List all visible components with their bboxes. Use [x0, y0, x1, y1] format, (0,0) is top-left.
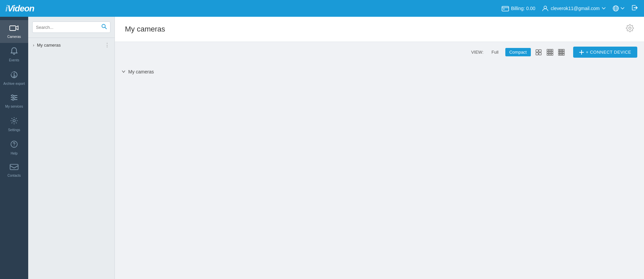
page-title: My cameras [125, 25, 165, 34]
camera-list-panel: › My cameras ⋮ [28, 17, 115, 279]
svg-rect-0 [502, 6, 509, 11]
svg-rect-31 [549, 51, 551, 53]
svg-point-11 [12, 95, 13, 97]
user-menu[interactable]: cleverok11@gmail.com [542, 5, 606, 12]
svg-rect-27 [547, 49, 549, 51]
sidebar-item-help-label: Help [11, 152, 18, 156]
view-label: VIEW: [471, 50, 484, 55]
svg-point-3 [544, 6, 547, 9]
logout-icon [631, 4, 639, 11]
view-toolbar: VIEW: Full Compact [115, 42, 644, 62]
language-selector[interactable] [612, 5, 625, 12]
main-header: My cameras [115, 17, 644, 42]
svg-rect-37 [560, 49, 561, 51]
view-compact-button[interactable]: Compact [505, 48, 531, 56]
camera-group-more-icon[interactable]: ⋮ [104, 42, 110, 48]
svg-rect-42 [561, 51, 563, 53]
search-icon [101, 24, 107, 31]
sidebar-item-settings[interactable]: Settings [0, 113, 28, 136]
cameras-group-chevron-icon [122, 70, 126, 74]
camera-group-chevron: › [33, 43, 34, 48]
svg-rect-29 [551, 49, 553, 51]
contacts-icon [10, 164, 18, 172]
help-icon [10, 140, 18, 150]
sidebar-item-my-services[interactable]: My services [0, 90, 28, 113]
svg-rect-39 [563, 49, 564, 51]
services-icon [10, 94, 18, 103]
cameras-group-title: My cameras [128, 69, 154, 74]
sidebar-item-contacts-label: Contacts [7, 174, 20, 178]
search-box [32, 21, 110, 33]
view-full-button[interactable]: Full [488, 48, 503, 56]
sidebar-item-settings-label: Settings [8, 128, 20, 132]
svg-rect-32 [551, 51, 553, 53]
svg-rect-47 [563, 54, 564, 55]
plus-icon [579, 50, 584, 55]
svg-rect-36 [558, 49, 560, 51]
sidebar-item-archive-export[interactable]: Archive export [0, 66, 28, 90]
connect-button-label: + CONNECT DEVICE [586, 50, 631, 55]
svg-rect-23 [536, 50, 538, 52]
svg-rect-26 [539, 53, 541, 55]
view-grid-3x3-button[interactable] [545, 47, 555, 57]
svg-rect-34 [549, 54, 551, 55]
sidebar-item-services-label: My services [5, 105, 23, 109]
svg-rect-46 [561, 54, 563, 55]
sidebar-item-archive-label: Archive export [3, 82, 25, 86]
svg-point-22 [629, 27, 631, 30]
svg-rect-9 [10, 26, 16, 31]
billing-amount: Billing: 0.00 [511, 6, 535, 11]
archive-icon [10, 70, 18, 80]
svg-rect-38 [561, 49, 563, 51]
svg-rect-35 [551, 54, 553, 55]
svg-rect-24 [539, 50, 541, 52]
settings-icon [10, 117, 18, 127]
svg-rect-33 [547, 54, 549, 55]
svg-rect-40 [558, 51, 560, 53]
svg-rect-2 [503, 9, 505, 9]
cameras-content: My cameras [115, 62, 644, 81]
sidebar-item-cameras[interactable]: Cameras [0, 20, 28, 43]
cameras-group-header[interactable]: My cameras [122, 66, 637, 78]
svg-point-16 [13, 120, 15, 122]
svg-rect-41 [560, 51, 561, 53]
user-icon [542, 5, 549, 12]
globe-icon [612, 5, 619, 12]
svg-rect-25 [536, 53, 538, 55]
sidebar-item-contacts[interactable]: Contacts [0, 160, 28, 182]
svg-rect-19 [10, 164, 18, 170]
svg-point-18 [14, 146, 14, 146]
billing-info: Billing: 0.00 [502, 5, 535, 11]
user-chevron-icon [602, 7, 606, 10]
sidebar-item-help[interactable]: Help [0, 136, 28, 160]
main-content: My cameras VIEW: Full Compact [115, 17, 644, 279]
user-email: cleverok11@gmail.com [551, 6, 600, 11]
svg-rect-44 [558, 54, 560, 55]
svg-rect-28 [549, 49, 551, 51]
search-input[interactable] [36, 25, 99, 30]
sidebar-item-events-label: Events [9, 58, 19, 62]
camera-icon [9, 24, 19, 34]
page-settings-button[interactable] [626, 24, 634, 34]
bell-icon [10, 47, 18, 57]
sidebar-item-events[interactable]: Events [0, 43, 28, 66]
logo-rest: Videon [7, 3, 34, 13]
svg-point-13 [14, 97, 15, 99]
sidebar-item-cameras-label: Cameras [7, 35, 21, 39]
view-grid-buttons [534, 47, 566, 57]
sidebar: Cameras Events Archive export [0, 17, 28, 279]
camera-search-area [28, 17, 114, 38]
camera-group-header[interactable]: › My cameras ⋮ [28, 38, 114, 52]
svg-point-15 [12, 99, 14, 101]
camera-group-title: My cameras [37, 43, 102, 48]
svg-rect-30 [547, 51, 549, 53]
billing-icon [502, 5, 509, 11]
svg-rect-45 [560, 54, 561, 55]
lang-chevron-icon [620, 7, 625, 10]
view-grid-4x3-button[interactable] [556, 47, 566, 57]
app-logo: iVideon [5, 3, 34, 14]
connect-device-button[interactable]: + CONNECT DEVICE [573, 47, 637, 58]
logout-button[interactable] [631, 4, 639, 13]
svg-rect-43 [563, 51, 564, 53]
view-grid-2x2-button[interactable] [534, 47, 544, 57]
